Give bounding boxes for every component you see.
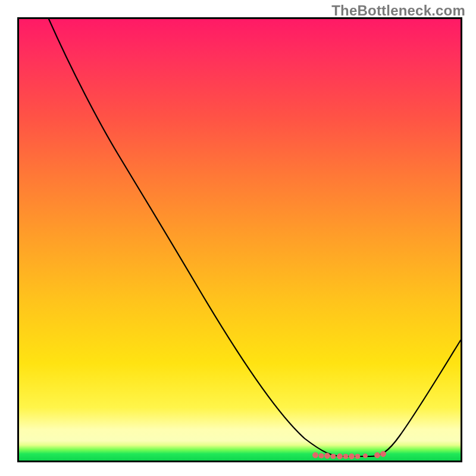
svg-point-1 — [319, 453, 324, 458]
svg-point-6 — [349, 454, 355, 459]
svg-point-7 — [355, 454, 360, 459]
svg-point-0 — [313, 453, 318, 458]
chart-container: TheBottleneck.com — [0, 0, 476, 476]
svg-point-9 — [375, 453, 380, 458]
bottleneck-curve — [49, 19, 461, 456]
svg-point-8 — [364, 454, 368, 458]
svg-point-5 — [343, 454, 348, 459]
curve-svg — [19, 19, 461, 461]
valley-dots — [313, 452, 386, 459]
watermark-text: TheBottleneck.com — [331, 2, 465, 19]
svg-point-10 — [381, 452, 386, 457]
svg-point-3 — [331, 454, 336, 459]
svg-point-2 — [325, 453, 330, 459]
plot-area — [17, 17, 462, 462]
svg-point-4 — [337, 454, 343, 459]
